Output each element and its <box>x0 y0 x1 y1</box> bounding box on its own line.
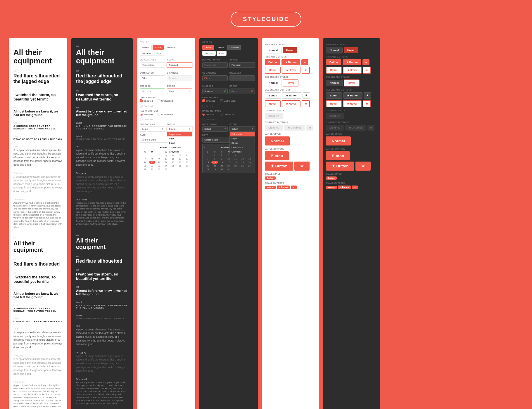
dark-secondary-normal-btn[interactable]: Normal <box>326 80 343 86</box>
secondary-hover-btn[interactable]: Hover <box>283 79 298 86</box>
secondary-icon-btn[interactable]: ★ <box>303 92 310 99</box>
dropdown-option-direct[interactable]: Direct <box>167 141 192 145</box>
dark-calendar-prev[interactable]: ‹ <box>204 146 205 149</box>
date-27[interactable]: 27 <box>184 164 190 167</box>
dark-hover-btn[interactable]: Hover <box>344 47 358 53</box>
dropdown-option-continuous[interactable]: Continuous <box>167 145 192 150</box>
checkbox-unchecked[interactable]: Unchecked <box>158 99 173 102</box>
date-13[interactable]: 13 <box>184 157 190 160</box>
dropdown-option-greyness[interactable]: Greyness <box>167 150 192 154</box>
date-28[interactable]: 28 <box>142 168 148 171</box>
date-25[interactable]: 25 <box>170 164 176 167</box>
dark-small-btn[interactable]: Button <box>326 186 337 189</box>
small-style-btn[interactable]: Button <box>265 176 276 180</box>
small-icon-btn[interactable]: ★ <box>291 186 297 189</box>
date-19[interactable]: 19 <box>177 161 183 164</box>
date-20[interactable]: 20 <box>184 161 190 164</box>
dark-opt-night[interactable]: Night <box>230 136 255 141</box>
dark-secondary-hover-btn[interactable]: Hover <box>344 79 360 86</box>
date-22[interactable]: 22 <box>149 164 156 167</box>
date-15-today[interactable]: 15 <box>149 161 156 164</box>
large-star-btn[interactable]: ★ Button <box>265 162 293 171</box>
checkbox-checked[interactable]: ✓ Checked <box>140 99 153 102</box>
dropdown-option-palpatation[interactable]: Palpatation <box>167 132 192 136</box>
dark-primary-outline-icon-btn[interactable]: ★ <box>363 67 371 74</box>
date-17[interactable]: 17 <box>163 161 170 164</box>
dark-secondary-icon-btn[interactable]: ★ <box>364 92 371 99</box>
dark-large-icon-btn[interactable]: ★ <box>355 162 371 171</box>
dark-secondary-hover-2[interactable]: Hover <box>326 100 342 107</box>
tab-error[interactable]: Error <box>154 51 164 56</box>
date-12[interactable]: 12 <box>177 157 183 160</box>
dark-large-style-btn[interactable]: Normal <box>326 136 351 145</box>
dark-tab-default[interactable]: Default <box>202 45 214 50</box>
dark-primary-outline-btn[interactable]: Hover <box>326 67 342 74</box>
dark-normal-btn[interactable]: Normal <box>326 47 343 53</box>
large-btn[interactable]: Button <box>265 151 289 160</box>
secondary-star-btn[interactable]: ★ Button <box>282 92 301 99</box>
dark-large-star-btn[interactable]: ★ Button <box>326 162 354 171</box>
dark-date-15-today[interactable]: 15 <box>211 161 218 164</box>
completed-input[interactable] <box>140 75 165 81</box>
primary-outline-star-btn[interactable]: ★ Hover <box>282 67 300 74</box>
date-16[interactable]: 16 <box>156 161 163 164</box>
date-18[interactable]: 18 <box>170 161 176 164</box>
dark-active-input[interactable] <box>229 62 255 68</box>
date-10[interactable]: 10 <box>163 157 170 160</box>
small-star-btn[interactable]: ★ Button <box>277 186 290 189</box>
date-14[interactable]: 14 <box>142 161 148 164</box>
dark-secondary-hover-star[interactable]: ★ Hover <box>343 100 362 107</box>
date-9[interactable]: 9 <box>156 157 163 160</box>
date-31[interactable]: 31 <box>163 168 170 171</box>
radio-unselected[interactable]: Unselected <box>157 113 173 116</box>
dark-checkbox-unchecked[interactable]: Unchecked <box>220 99 236 102</box>
dark-primary-outline-star-btn[interactable]: ★ Hover <box>343 67 362 74</box>
tab-default[interactable]: Default <box>140 45 152 50</box>
dark-radio-selected[interactable]: Selected <box>202 113 215 116</box>
secondary-hover-icon-btn[interactable]: ★ <box>302 100 310 107</box>
secondary-normal-btn[interactable]: Normal <box>265 80 281 86</box>
dark-tab-active[interactable]: Active <box>215 45 226 50</box>
tab-success[interactable]: Success <box>140 51 153 56</box>
dark-completed-input[interactable] <box>202 75 228 81</box>
primary-star-btn[interactable]: ★ Button <box>281 59 300 65</box>
dropdown-option-night[interactable]: Night <box>167 136 192 141</box>
dark-dropdown-focus[interactable]: Select ▾ <box>229 126 255 132</box>
dark-default-input[interactable] <box>202 62 228 68</box>
dark-tab-error[interactable]: Error <box>217 51 227 56</box>
date-7[interactable]: 7 <box>142 157 148 160</box>
radio-selected[interactable]: Selected <box>140 113 153 116</box>
secondary-hover-2-btn[interactable]: Hover <box>265 100 281 107</box>
dark-secondary-btn[interactable]: Button <box>326 92 342 99</box>
secondary-hover-star-btn[interactable]: ★ Hover <box>282 100 300 107</box>
date-24[interactable]: 24 <box>163 164 170 167</box>
dark-primary-btn[interactable]: Button <box>326 59 341 65</box>
date-21[interactable]: 21 <box>142 164 148 167</box>
default-input[interactable] <box>140 62 165 68</box>
dark-radio-unselected[interactable]: Unselected <box>220 113 235 116</box>
dark-secondary-star-btn[interactable]: ★ Button <box>343 92 362 99</box>
dark-opt-palpatation[interactable]: Palpatation <box>230 132 255 136</box>
secondary-btn[interactable]: Button <box>265 92 281 99</box>
dropdown-focus-select[interactable]: Select ▾ <box>167 126 192 132</box>
date-11[interactable]: 11 <box>170 157 176 160</box>
date-26[interactable]: 26 <box>177 164 183 167</box>
date-2[interactable]: 2 <box>156 154 163 157</box>
small-btn[interactable]: Button <box>265 186 276 189</box>
dark-tab-disabled[interactable]: Disabled <box>227 45 241 50</box>
dark-secondary-hover-icon[interactable]: ★ <box>363 100 371 107</box>
hover-style-btn[interactable]: Hover <box>283 47 297 53</box>
dark-opt-direct[interactable]: Direct <box>230 141 255 145</box>
calendar-prev[interactable]: ‹ <box>142 146 143 149</box>
tab-disabled[interactable]: Disabled <box>165 45 178 50</box>
large-icon-btn[interactable]: ★ <box>294 162 310 171</box>
date-8[interactable]: 8 <box>149 157 156 160</box>
primary-outline-btn[interactable]: Hover <box>265 67 281 74</box>
large-style-btn[interactable]: Normal <box>265 136 290 145</box>
dark-small-style-btn[interactable]: Button <box>326 176 337 180</box>
date-29[interactable]: 29 <box>149 168 156 171</box>
date-1[interactable]: 1 <box>149 154 156 157</box>
active-input[interactable] <box>167 62 192 68</box>
dark-small-icon-btn[interactable]: ★ <box>352 186 358 189</box>
dark-opt-continuous[interactable]: Continuous <box>230 145 255 150</box>
